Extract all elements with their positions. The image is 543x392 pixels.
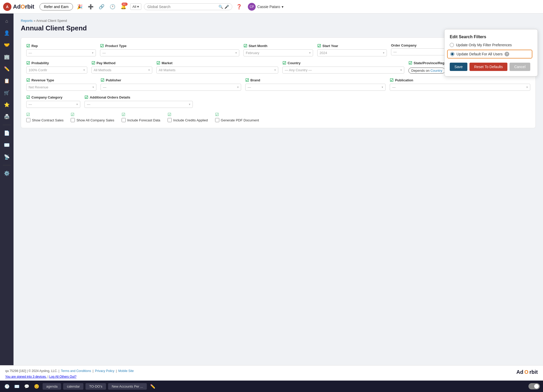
taskbar-emoji-icon[interactable]: 😊	[33, 382, 41, 390]
publication-dropdown[interactable]: —	[392, 85, 525, 89]
country-link[interactable]: Country	[431, 69, 442, 73]
link-icon[interactable]: 🔗	[97, 3, 106, 11]
sidebar-item-settings[interactable]: ⚙️	[2, 168, 12, 178]
footer-mobile-link[interactable]: Mobile Site	[118, 369, 134, 373]
include-forecast-checkbox[interactable]	[122, 118, 126, 122]
help-icon[interactable]: ❓	[235, 3, 243, 11]
start-month-dropdown[interactable]: February	[246, 51, 308, 55]
include-credits-checkbox[interactable]	[168, 118, 172, 122]
footer-logo: AdOrbit	[516, 369, 538, 375]
taskbar-mail-icon[interactable]: ✉️	[13, 382, 21, 390]
show-contract-checkbox[interactable]	[26, 118, 30, 122]
brand-select[interactable]: — ▾	[245, 84, 386, 91]
sidebar-item-orders[interactable]: 📋	[2, 76, 12, 86]
show-all-company-label[interactable]: Show All Company Sales	[71, 118, 114, 122]
product-type-arrow-icon: ▾	[235, 51, 237, 55]
sidebar-item-documents[interactable]: 📄	[2, 128, 12, 138]
footer-privacy-link[interactable]: Privacy Policy	[95, 369, 115, 373]
notification-icon[interactable]: 🔔 99+	[119, 3, 128, 11]
product-type-dropdown[interactable]: —	[102, 51, 234, 55]
save-button[interactable]: Save	[450, 63, 467, 71]
revenue-type-select[interactable]: Net Revenue ▾	[26, 84, 96, 91]
sidebar-item-cart[interactable]: 🛒	[2, 88, 12, 98]
taskbar-chat-icon[interactable]: 💬	[23, 382, 31, 390]
brand-dropdown[interactable]: —	[248, 85, 381, 89]
footer-terms-link[interactable]: Terms and Conditions	[61, 369, 91, 373]
sidebar-item-deals[interactable]: 🤝	[2, 40, 12, 50]
market-check-icon: ☑	[156, 61, 160, 66]
radio-my-filter[interactable]	[450, 43, 454, 47]
market-select[interactable]: All Markets ▾	[156, 67, 278, 74]
todo-button[interactable]: TO-DO's	[85, 383, 106, 390]
market-arrow-icon: ▾	[274, 68, 276, 72]
search-icon[interactable]: 🔍	[218, 5, 223, 9]
show-contract-label[interactable]: Show Contract Sales	[26, 118, 63, 122]
chevron-down-icon: ▾	[137, 5, 139, 9]
add-icon[interactable]: ➕	[87, 3, 95, 11]
product-type-label: ☑ Product Type	[100, 43, 239, 48]
product-type-select[interactable]: — ▾	[100, 49, 239, 56]
reset-defaults-button[interactable]: Reset To Defaults	[469, 63, 507, 71]
sidebar-item-edit[interactable]: ✏️	[2, 64, 12, 74]
generate-pdf-label[interactable]: Generate PDF Document	[215, 118, 259, 122]
start-year-label: ☑ Start Year	[317, 43, 387, 48]
additional-orders-dropdown[interactable]: —	[87, 102, 188, 106]
taskbar-clock-icon[interactable]: 🕐	[3, 382, 11, 390]
publisher-dropdown[interactable]: —	[103, 85, 236, 89]
history-icon[interactable]: 🕐	[108, 3, 117, 11]
radio-my-filter-label[interactable]: Update Only My Filter Preferences	[456, 43, 512, 47]
start-month-select[interactable]: February ▾	[243, 49, 313, 56]
agenda-button[interactable]: agenda	[43, 383, 61, 390]
rep-select[interactable]: — ▾	[26, 49, 96, 56]
radio-option-1[interactable]: Update Only My Filter Preferences	[450, 43, 532, 47]
taskbar-pencil-icon[interactable]: ✏️	[149, 382, 157, 390]
rep-dropdown[interactable]: —	[29, 51, 91, 55]
show-all-company-checkbox[interactable]	[71, 118, 75, 122]
sidebar-item-home[interactable]: ⌂	[2, 16, 12, 26]
start-year-dropdown[interactable]: 2024	[320, 51, 382, 55]
country-select[interactable]: — Any Country — ▾	[282, 67, 404, 74]
footer-log-out-link[interactable]: Log All Others Out?	[49, 375, 76, 378]
search-input[interactable]	[147, 5, 217, 9]
generate-pdf-checkbox[interactable]	[215, 118, 219, 122]
probability-dropdown[interactable]: 100% Confir	[29, 68, 82, 72]
sidebar-item-companies[interactable]: 🏢	[2, 52, 12, 62]
cancel-button[interactable]: Cancel	[509, 63, 530, 71]
search-scope-dropdown[interactable]: All ▾	[130, 3, 141, 10]
company-category-dropdown[interactable]: —	[29, 102, 75, 106]
calendar-button[interactable]: calendar	[63, 383, 83, 390]
logo-text: AdOrbit	[13, 3, 34, 10]
sidebar-item-print[interactable]: 🖨️	[2, 112, 12, 122]
country-dropdown[interactable]: — Any Country —	[285, 68, 399, 72]
pay-method-dropdown[interactable]: All Methods	[94, 68, 148, 72]
radio-all-users-label[interactable]: Update Default For All Users	[456, 52, 502, 56]
include-forecast-label[interactable]: Include Forecast Data	[122, 118, 160, 122]
publication-select[interactable]: — ▾	[390, 84, 530, 91]
start-year-select[interactable]: 2024 ▾	[317, 49, 387, 56]
breadcrumb-reports-link[interactable]: Reports	[21, 19, 33, 23]
party-icon[interactable]: 🎉	[76, 3, 84, 11]
footer-signed-in-link[interactable]: You are signed into 3 devices.	[5, 375, 47, 378]
sidebar-item-favorites[interactable]: ⭐	[2, 100, 12, 110]
radio-all-users[interactable]	[450, 52, 454, 56]
sidebar-item-reports[interactable]: 📡	[2, 152, 12, 162]
help-question-icon[interactable]: ?	[505, 52, 509, 56]
sidebar-item-contacts[interactable]: 👤	[2, 28, 12, 38]
filter-group-rep: ☑ Rep — ▾	[26, 43, 96, 56]
edit-search-modal: Edit Search Filters Update Only My Filte…	[444, 29, 538, 76]
new-accounts-button[interactable]: New Accounts Per ...	[108, 383, 147, 390]
radio-option-2[interactable]: Update Default For All Users ?	[447, 50, 532, 58]
sidebar-item-mail[interactable]: ✉️	[2, 140, 12, 150]
additional-orders-select[interactable]: — ▾	[84, 101, 193, 108]
publisher-select[interactable]: — ▾	[101, 84, 241, 91]
refer-earn-button[interactable]: Refer and Earn	[39, 3, 73, 10]
probability-select[interactable]: 100% Confir ▾	[26, 67, 87, 74]
user-menu[interactable]: CP Cassie Pataro ▾	[248, 3, 283, 11]
company-category-select[interactable]: — ▾	[26, 101, 80, 108]
include-credits-label[interactable]: Include Credits Applied	[168, 118, 208, 122]
mic-icon[interactable]: 🎤	[224, 5, 229, 9]
revenue-type-dropdown[interactable]: Net Revenue	[29, 85, 91, 89]
taskbar-toggle[interactable]	[528, 383, 540, 389]
pay-method-select[interactable]: All Methods ▾	[91, 67, 153, 74]
market-dropdown[interactable]: All Markets	[159, 68, 273, 72]
